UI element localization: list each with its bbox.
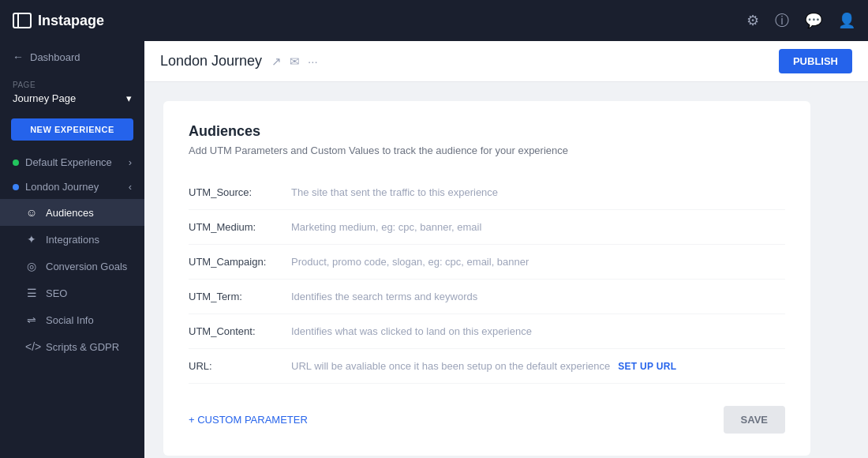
sidebar: ← Dashboard Page Journey Page ▾ NEW EXPE… xyxy=(0,41,144,458)
default-experience-label: Default Experience xyxy=(25,156,112,168)
header-icons: ↗ ✉ ··· xyxy=(271,54,318,69)
sidebar-item-integrations[interactable]: ✦ Integrations xyxy=(0,226,144,253)
main-content: Audiences Add UTM Parameters and Custom … xyxy=(144,82,868,458)
utm-source-label: UTM_Source: xyxy=(189,186,291,198)
page-section: Page Journey Page ▾ xyxy=(0,73,144,109)
utm-term-label: UTM_Term: xyxy=(189,291,291,302)
utm-campaign-row: UTM_Campaign: Product, promo code, sloga… xyxy=(189,245,785,280)
header-left: London Journey ↗ ✉ ··· xyxy=(160,53,318,69)
main-layout: ← Dashboard Page Journey Page ▾ NEW EXPE… xyxy=(0,41,868,458)
sidebar-item-conversion-goals[interactable]: ◎ Conversion Goals xyxy=(0,253,144,280)
page-label: Page xyxy=(13,81,132,89)
sidebar-item-social-info[interactable]: ⇌ Social Info xyxy=(0,306,144,333)
card-title: Audiences xyxy=(189,123,785,140)
social-info-label: Social Info xyxy=(46,314,94,326)
london-journey-label: London Journey xyxy=(25,181,99,193)
url-row: URL: URL will be avaliable once it has b… xyxy=(189,349,785,384)
publish-button[interactable]: PUBLISH xyxy=(779,49,852,73)
app-name: Instapage xyxy=(38,13,104,29)
audience-icon: ☺ xyxy=(25,206,38,219)
utm-campaign-label: UTM_Campaign: xyxy=(189,256,291,268)
audiences-card: Audiences Add UTM Parameters and Custom … xyxy=(163,101,810,456)
social-icon: ⇌ xyxy=(25,313,38,326)
logo: Instapage xyxy=(13,13,104,29)
seo-label: SEO xyxy=(46,287,67,299)
integrations-icon: ✦ xyxy=(25,233,38,246)
seo-icon: ☰ xyxy=(25,287,38,299)
utm-content-row: UTM_Content: Identifies what was clicked… xyxy=(189,314,785,349)
top-nav-icons: ⚙ ⓘ 💬 👤 xyxy=(746,11,855,30)
integrations-label: Integrations xyxy=(46,234,99,246)
card-subtitle: Add UTM Parameters and Custom Values to … xyxy=(189,145,785,156)
email-icon[interactable]: ✉ xyxy=(290,54,300,69)
page-selector[interactable]: Journey Page ▾ xyxy=(13,92,132,104)
url-placeholder-text: URL will be avaliable once it has been s… xyxy=(291,360,610,372)
custom-parameter-button[interactable]: + CUSTOM PARAMETER xyxy=(189,414,308,426)
new-experience-button[interactable]: NEW EXPERIENCE xyxy=(11,118,133,141)
utm-source-value: The site that sent the traffic to this e… xyxy=(291,186,785,198)
utm-content-label: UTM_Content: xyxy=(189,325,291,337)
user-icon[interactable]: 👤 xyxy=(838,12,855,29)
url-value: URL will be avaliable once it has been s… xyxy=(291,360,785,372)
sidebar-item-seo[interactable]: ☰ SEO xyxy=(0,280,144,306)
utm-term-row: UTM_Term: Identifies the search terms an… xyxy=(189,280,785,314)
chevron-down-icon: ▾ xyxy=(126,92,132,104)
dashboard-link[interactable]: ← Dashboard xyxy=(0,41,144,73)
chat-icon[interactable]: 💬 xyxy=(805,12,822,29)
status-dot-green xyxy=(13,160,19,166)
gear-icon[interactable]: ⚙ xyxy=(746,12,759,29)
info-icon[interactable]: ⓘ xyxy=(775,11,789,30)
journey-title: London Journey xyxy=(160,53,262,69)
dashboard-label: Dashboard xyxy=(30,51,80,63)
content-header: London Journey ↗ ✉ ··· PUBLISH xyxy=(144,41,868,82)
sidebar-item-audiences[interactable]: ☺ Audiences xyxy=(0,199,144,226)
page-name: Journey Page xyxy=(13,92,76,104)
utm-campaign-value: Product, promo code, slogan, eg: cpc, em… xyxy=(291,256,785,268)
goals-icon: ◎ xyxy=(25,260,38,272)
scripts-icon: </> xyxy=(25,340,38,353)
utm-source-row: UTM_Source: The site that sent the traff… xyxy=(189,175,785,210)
top-nav: Instapage ⚙ ⓘ 💬 👤 xyxy=(0,0,868,41)
analytics-icon[interactable]: ↗ xyxy=(271,54,282,69)
chevron-up-icon: ‹ xyxy=(129,181,132,193)
scripts-gdpr-label: Scripts & GDPR xyxy=(46,341,119,353)
audiences-label: Audiences xyxy=(46,207,94,219)
sidebar-nav-items: ☺ Audiences ✦ Integrations ◎ Conversion … xyxy=(0,199,144,360)
back-arrow-icon: ← xyxy=(13,51,24,63)
utm-medium-value: Marketing medium, eg: cpc, banner, email xyxy=(291,221,785,233)
save-button[interactable]: SAVE xyxy=(724,406,785,434)
logo-icon xyxy=(13,13,32,28)
utm-medium-label: UTM_Medium: xyxy=(189,221,291,233)
utm-medium-row: UTM_Medium: Marketing medium, eg: cpc, b… xyxy=(189,210,785,245)
sidebar-experience-default[interactable]: Default Experience › xyxy=(0,150,144,175)
url-label: URL: xyxy=(189,360,291,372)
chevron-right-icon: › xyxy=(129,156,132,168)
setup-url-link[interactable]: SET UP URL xyxy=(618,361,676,372)
sidebar-item-scripts-gdpr[interactable]: </> Scripts & GDPR xyxy=(0,333,144,360)
utm-content-value: Identifies what was clicked to land on t… xyxy=(291,325,785,337)
sidebar-experience-london[interactable]: London Journey ‹ xyxy=(0,175,144,199)
more-icon[interactable]: ··· xyxy=(308,54,318,68)
content-area: London Journey ↗ ✉ ··· PUBLISH Audiences… xyxy=(144,41,868,458)
conversion-goals-label: Conversion Goals xyxy=(46,261,127,272)
utm-term-value: Identifies the search terms and keywords xyxy=(291,291,785,302)
status-dot-blue xyxy=(13,184,19,190)
card-footer: + CUSTOM PARAMETER SAVE xyxy=(189,400,785,434)
